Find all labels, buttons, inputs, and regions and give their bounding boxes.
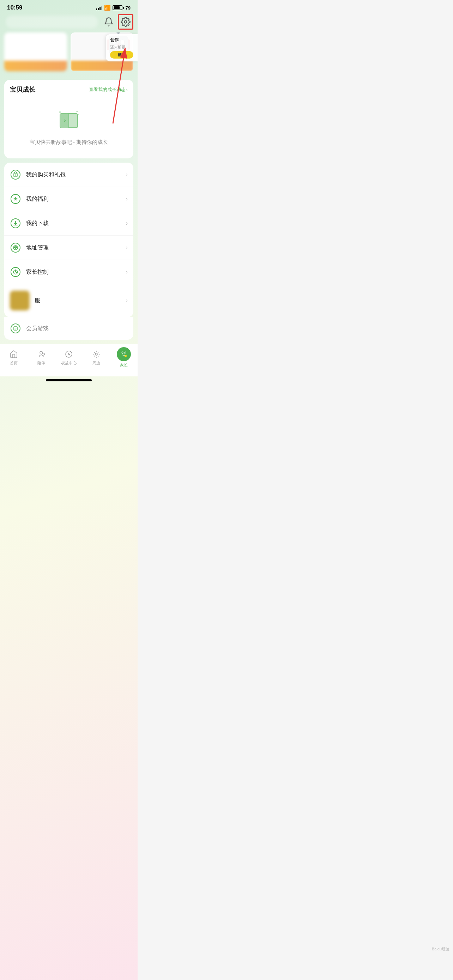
service-chevron: ›: [126, 298, 128, 304]
top-actions: [0, 14, 138, 32]
status-icons: 📶 79: [96, 5, 130, 11]
svg-text:✦: ✦: [76, 110, 78, 113]
battery-icon: [113, 5, 124, 10]
downloads-label: 我的下载: [26, 220, 126, 227]
status-bar: 10:59 📶 79: [0, 0, 138, 14]
status-time: 10:59: [7, 4, 22, 11]
address-icon: [10, 242, 21, 253]
nav-rights-label: 权益中心: [61, 361, 76, 366]
menu-list: 我的购买和礼包 › 我的福利 ›: [4, 162, 134, 317]
svg-line-23: [16, 272, 17, 273]
partial-label: 会员游戏: [26, 325, 49, 332]
nav-nearby-icon: [91, 349, 101, 359]
nav-home[interactable]: 首页: [3, 349, 24, 366]
growth-content: ♪ ✦ ✦ ✦ 宝贝快去听故事吧~ 期待你的成长: [10, 99, 128, 153]
address-label: 地址管理: [26, 244, 126, 251]
purchases-chevron: ›: [126, 172, 128, 178]
parental-icon: [10, 266, 21, 278]
svg-point-37: [124, 355, 127, 357]
benefits-label: 我的福利: [26, 196, 126, 203]
nav-parent-icon: [117, 347, 131, 361]
parental-label: 家长控制: [26, 269, 126, 276]
benefits-chevron: ›: [126, 196, 128, 202]
svg-point-31: [95, 353, 97, 355]
svg-point-28: [40, 352, 43, 354]
menu-item-service[interactable]: 服 ›: [4, 284, 134, 317]
nav-parent-label: 家长: [120, 363, 128, 368]
svg-point-34: [124, 353, 126, 355]
menu-item-purchases[interactable]: 我的购买和礼包 ›: [4, 162, 134, 187]
svg-point-36: [124, 352, 126, 353]
menu-item-benefits[interactable]: 我的福利 ›: [4, 187, 134, 211]
nav-rights[interactable]: K 权益中心: [58, 349, 79, 366]
svg-text:✦: ✦: [58, 110, 62, 115]
section-header: 宝贝成长 查看我的成长动态 ›: [10, 85, 128, 94]
downloads-icon: [10, 218, 21, 229]
svg-text:✦: ✦: [78, 114, 79, 116]
downloads-chevron: ›: [126, 220, 128, 226]
nav-rights-icon: K: [64, 349, 74, 359]
svg-point-35: [122, 352, 123, 353]
svg-point-33: [122, 353, 124, 355]
address-chevron: ›: [126, 245, 128, 251]
nav-parent[interactable]: 家长: [113, 347, 134, 368]
menu-item-parental[interactable]: 家长控制 ›: [4, 260, 134, 284]
partial-icon: [10, 323, 21, 334]
svg-point-0: [124, 21, 127, 23]
home-indicator: [46, 379, 92, 381]
growth-description: 宝贝快去听故事吧~ 期待你的成长: [30, 139, 108, 146]
menu-item-partial[interactable]: 会员游戏: [4, 317, 134, 340]
svg-text:♪: ♪: [64, 117, 66, 123]
card-1[interactable]: [4, 32, 67, 71]
creator-label: 创作: [110, 37, 134, 43]
menu-item-downloads[interactable]: 我的下载 ›: [4, 211, 134, 235]
unlock-button[interactable]: 解锁: [110, 51, 134, 59]
purchases-icon: [10, 169, 21, 180]
nav-companion-label: 陪伴: [37, 361, 45, 366]
svg-point-12: [15, 175, 16, 176]
bottom-nav: 首页 陪伴 K 权益中心: [0, 344, 138, 376]
service-label: 服: [35, 297, 126, 304]
nav-companion-icon: [37, 349, 46, 359]
baby-growth-section: 宝贝成长 查看我的成长动态 › ♪ ✦ ✦ ✦: [4, 80, 134, 158]
settings-button[interactable]: [119, 16, 132, 28]
svg-point-24: [11, 324, 20, 333]
nav-companion[interactable]: 陪伴: [31, 349, 52, 366]
nav-home-label: 首页: [10, 361, 17, 366]
signal-icon: [96, 5, 102, 10]
battery-percent: 79: [126, 5, 130, 11]
locked-text: 还未解锁: [110, 45, 134, 50]
benefits-icon: [10, 193, 21, 205]
growth-link[interactable]: 查看我的成长动态 ›: [89, 86, 128, 93]
notification-button[interactable]: [102, 16, 115, 28]
cards-row: 🤖 创作 还未解锁 解锁: [0, 32, 138, 75]
svg-point-18: [15, 247, 16, 248]
nav-home-icon: [9, 349, 19, 359]
nav-nearby[interactable]: 周边: [86, 349, 107, 366]
nav-nearby-label: 周边: [92, 361, 100, 366]
svg-rect-25: [14, 327, 17, 330]
menu-item-address[interactable]: 地址管理 ›: [4, 235, 134, 260]
purchases-label: 我的购买和礼包: [26, 171, 126, 178]
parental-chevron: ›: [126, 269, 128, 275]
service-icon-blurred: [10, 291, 30, 310]
growth-icon: ♪ ✦ ✦ ✦: [55, 107, 83, 135]
creator-card[interactable]: 创作 还未解锁 解锁: [106, 34, 138, 61]
wifi-icon: 📶: [104, 5, 111, 11]
section-title: 宝贝成长: [10, 85, 35, 94]
user-info-blurred: [6, 16, 98, 28]
svg-text:K: K: [68, 352, 70, 356]
